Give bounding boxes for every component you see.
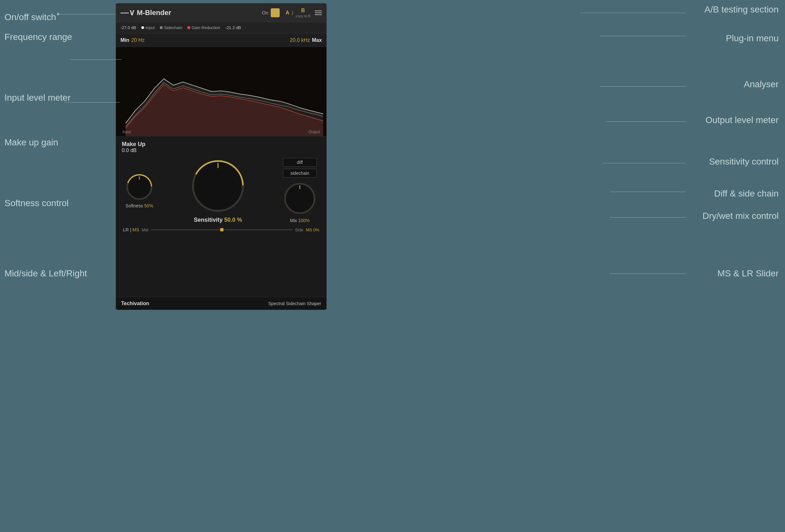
dot-on-off — [57, 13, 59, 15]
right-controls: diff sidechain Mix 100% — [282, 158, 318, 223]
ms-slider-container: Mid Side MS 0% — [142, 228, 319, 232]
mix-knob[interactable] — [282, 181, 318, 216]
diff-button[interactable]: diff — [283, 158, 316, 167]
label-softness-control: Softness control — [4, 198, 69, 208]
makeup-section: Make Up 0.0 dB — [122, 141, 321, 153]
plugin-title: M-Blender — [137, 9, 171, 17]
knobs-row: Softness 50% Sensitivity 50.0 % — [122, 157, 321, 223]
connector-ms-slider — [610, 273, 686, 274]
plugin-window: —∨ M-Blender On A | B copy to B -27.0 dB… — [116, 3, 327, 310]
lrms-row: LR | MS Mid Side MS 0% — [122, 227, 321, 232]
label-frequency-range: Frequency range — [4, 32, 72, 42]
label-ms-lr-slider: MS & LR Slider — [717, 268, 779, 278]
mid-label: Mid — [142, 228, 148, 232]
connector-output-meter — [606, 122, 686, 122]
footer-brand: Techivation — [121, 301, 149, 307]
analyser-display[interactable]: Input Output — [116, 47, 326, 136]
makeup-value: 0.0 dB — [122, 148, 146, 153]
ms-slider[interactable] — [151, 229, 293, 230]
connector-on-off — [57, 14, 116, 15]
freq-min-label: Min — [121, 37, 129, 43]
input-meter-label-text: Input — [122, 130, 131, 134]
meters-strip: -27.0 dB Input Sidechain Gain Reduction … — [116, 22, 326, 33]
connector-mix — [610, 217, 686, 218]
freq-max-label: Max — [312, 37, 322, 43]
ab-section: A | B copy to B — [285, 8, 310, 18]
input-dot — [141, 26, 144, 29]
sidechain-label: Sidechain — [164, 25, 182, 30]
mix-label: Mix 100% — [290, 218, 309, 223]
connector-diff — [610, 192, 686, 192]
ab-b-label[interactable]: B — [301, 8, 305, 14]
label-analyser: Analyser — [744, 79, 779, 89]
label-makeup-gain: Make up gain — [4, 137, 58, 148]
frequency-bar: Min 20 Hz 20.0 kHz Max — [116, 33, 326, 47]
controls-section: Make Up 0.0 dB Softness 50% — [116, 136, 326, 297]
sidechain-dot — [160, 26, 163, 29]
sensitivity-knob-group: Sensitivity 50.0 % — [189, 157, 247, 223]
freq-max-value: 20.0 kHz — [290, 37, 310, 43]
makeup-title: Make Up — [122, 141, 146, 148]
output-meter-label-text: Output — [308, 130, 320, 134]
menu-button[interactable] — [315, 10, 322, 15]
plugin-logo: —∨ M-Blender — [121, 8, 171, 18]
sensitivity-label: Sensitivity 50.0 % — [194, 217, 242, 223]
ab-separator: | — [292, 10, 293, 16]
spectrum-svg — [116, 47, 326, 136]
softness-knob-group: Softness 50% — [125, 172, 154, 208]
label-input-level-meter: Input level meter — [4, 92, 71, 103]
label-sensitivity-control: Sensitivity control — [709, 157, 779, 167]
logo-waveform-icon: —∨ — [121, 8, 135, 18]
gain-reduction-db: -21.2 dB — [225, 25, 241, 30]
diff-buttons-group: diff sidechain — [283, 158, 316, 178]
copy-to-b-label[interactable]: copy to B — [296, 14, 310, 18]
label-diff-sidechain: Diff & side chain — [714, 188, 779, 199]
lr-label[interactable]: LR — [123, 227, 129, 232]
freq-min-value: 20 Hz — [131, 37, 145, 43]
ms-percent-value: MS 0% — [306, 228, 319, 232]
lr-ms-toggle[interactable]: LR | MS — [123, 227, 139, 232]
connector-sensitivity — [603, 163, 686, 163]
connector-freq — [70, 59, 122, 60]
input-label: Input — [146, 25, 155, 30]
footer-product: Spectral Sidechain Shaper — [268, 301, 321, 306]
connector-menu — [600, 36, 686, 36]
on-button[interactable] — [271, 8, 280, 17]
ab-a-label[interactable]: A — [285, 10, 289, 16]
label-midside-lr: Mid/side & Left/Right — [4, 268, 87, 278]
label-plugin-menu: Plug-in menu — [726, 33, 779, 44]
ms-label-toggle[interactable]: MS — [132, 227, 139, 232]
connector-ab — [580, 13, 686, 13]
gain-reduction-dot — [187, 26, 190, 29]
label-on-off: On/off switch — [4, 12, 56, 22]
connector-analyser — [600, 86, 686, 87]
label-dry-wet-mix: Dry/wet mix control — [703, 211, 779, 221]
softness-label: Softness 50% — [126, 203, 153, 208]
side-label: Side — [295, 228, 303, 232]
plugin-header: —∨ M-Blender On A | B copy to B — [116, 3, 326, 22]
input-db-value: -27.0 dB — [121, 25, 136, 30]
sensitivity-knob[interactable] — [189, 157, 247, 215]
softness-knob[interactable] — [125, 172, 154, 201]
label-ab-testing: A/B testing section — [705, 4, 779, 15]
sidechain-button[interactable]: sidechain — [283, 169, 316, 178]
mix-knob-group: Mix 100% — [282, 181, 318, 223]
connector-input-meter — [64, 102, 120, 103]
plugin-footer: Techivation Spectral Sidechain Shaper — [116, 297, 326, 310]
ms-slider-thumb — [220, 228, 223, 231]
on-label: On — [262, 10, 268, 15]
gain-reduction-label: Gain Reduction — [192, 25, 220, 30]
label-output-level-meter: Output level meter — [705, 115, 779, 125]
